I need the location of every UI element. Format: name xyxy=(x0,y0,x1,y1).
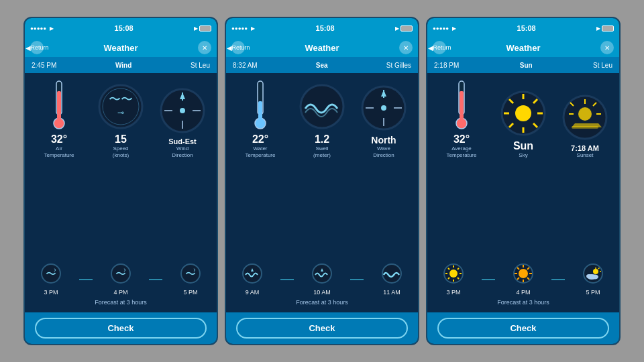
reading3-label-sea: WaveDirection xyxy=(373,145,394,158)
check-button-wind[interactable]: Check xyxy=(35,318,207,339)
bottom-bar-wind: Check xyxy=(25,312,217,344)
reading3-label-sun: Sunset xyxy=(577,152,594,159)
forecast-time-1-sea: 9 AM xyxy=(246,289,260,296)
svg-rect-62 xyxy=(572,126,598,129)
svg-point-30 xyxy=(381,105,386,111)
nav-title-sun: Weather xyxy=(506,43,540,53)
phone-panel-wind: ●●●●● ▶ 15:08 ▶ ◀ Return Weather ✕ 2:45 … xyxy=(23,17,218,345)
forecast-icon-3-sun xyxy=(582,263,604,287)
battery-icons-sun: ▶ xyxy=(596,25,614,32)
forecast-item-2-sun: 4 PM xyxy=(513,263,534,296)
temp-value-sea: 22° xyxy=(252,133,268,145)
return-button-wind[interactable]: ◀ Return xyxy=(30,41,44,54)
reading3-value-sun: 7:18 AM xyxy=(571,144,599,152)
top-bar-sea: ●●●●● ▶ 15:08 ▶ xyxy=(226,18,418,38)
reading2-value-sun: Sun xyxy=(513,140,533,152)
svg-point-9 xyxy=(180,108,185,113)
forecast-item-1-sea: 9 AM xyxy=(241,263,263,296)
temp-label-wind: AirTemperature xyxy=(44,145,74,158)
svg-rect-42 xyxy=(460,91,464,115)
forecast-icon-2-wind: 〜› xyxy=(110,263,131,287)
svg-rect-27 xyxy=(258,115,262,119)
forecast-time-2-sun: 4 PM xyxy=(516,289,530,296)
top-bar-sun: ●●●●● ▶ 15:08 ▶ xyxy=(427,18,619,38)
svg-line-71 xyxy=(458,268,459,269)
signal-icons-sea: ●●●●● ▶ xyxy=(231,25,255,32)
forecast-line-2-wind xyxy=(149,279,162,280)
category-label-wind: Wind xyxy=(115,62,131,69)
svg-point-74 xyxy=(519,269,528,278)
svg-rect-1 xyxy=(57,91,61,115)
check-button-sun[interactable]: Check xyxy=(437,318,609,339)
forecast-time-1-wind: 3 PM xyxy=(44,289,58,296)
forecast-section-sea: 9 AM 10 AM 11 AM Forecast at 3 hours xyxy=(229,263,415,306)
return-button-sun[interactable]: ◀ Return xyxy=(433,41,446,54)
main-content-sun: 32° AverageTemperature Sun Sky xyxy=(427,73,619,312)
top-bar-time-wind: 15:08 xyxy=(115,24,133,32)
temperature-reading-sun: 32° AverageTemperature xyxy=(438,80,485,158)
forecast-icon-2-sun xyxy=(513,263,534,287)
forecast-icon-2-sea xyxy=(311,263,333,287)
temp-label-sea: WaterTemperature xyxy=(246,145,276,158)
forecast-icon-3-sea xyxy=(381,263,402,287)
readings-row-sea: 22° WaterTemperature 1.2 Swell(meter) xyxy=(229,80,415,158)
forecast-time-2-wind: 4 PM xyxy=(113,289,127,296)
bottom-bar-sea: Check xyxy=(226,312,418,344)
reading2-sun: Sun Sky xyxy=(500,90,547,159)
bottom-bar-sun: Check xyxy=(427,312,619,344)
battery-icons-sea: ▶ xyxy=(395,25,413,32)
main-content-sea: 22° WaterTemperature 1.2 Swell(meter) xyxy=(226,73,418,312)
close-button-sun[interactable]: ✕ xyxy=(600,41,614,54)
nav-title-wind: Weather xyxy=(103,43,138,53)
forecast-section-sun: 3 PM 4 PM 5 PM Forecast at 3 hours xyxy=(431,263,616,306)
screen-background: ●●●●● ▶ 15:08 ▶ ◀ Return Weather ✕ 2:45 … xyxy=(0,0,644,362)
forecast-section-wind: 〜› 3 PM 〜› 4 PM 〜› 5 PM Forecast at 3 ho… xyxy=(28,263,213,306)
forecast-line-1-sea xyxy=(280,279,294,280)
svg-point-43 xyxy=(456,118,467,129)
forecast-icon-3-wind: 〜› xyxy=(180,263,201,287)
battery-icons-wind: ▶ xyxy=(194,25,211,32)
forecast-item-3-wind: 〜› 5 PM xyxy=(180,263,201,296)
reading3-sun: 7:18 AM Sunset xyxy=(561,94,608,159)
forecast-row-sun: 3 PM 4 PM 5 PM xyxy=(434,263,612,296)
readings-row-sun: 32° AverageTemperature Sun Sky xyxy=(431,80,616,158)
forecast-label-sun: Forecast at 3 hours xyxy=(434,299,612,306)
nav-title-sea: Weather xyxy=(305,43,339,53)
svg-point-89 xyxy=(592,275,598,280)
forecast-time-1-sun: 3 PM xyxy=(446,289,460,296)
close-button-wind[interactable]: ✕ xyxy=(198,41,211,54)
reading2-value-sea: 1.2 xyxy=(315,133,329,145)
check-button-sea[interactable]: Check xyxy=(236,318,408,339)
svg-point-56 xyxy=(578,107,592,121)
svg-point-46 xyxy=(515,105,531,121)
top-bar-wind: ●●●●● ▶ 15:08 ▶ xyxy=(25,18,217,38)
forecast-icon-1-wind: 〜› xyxy=(40,263,62,287)
svg-point-36 xyxy=(243,264,262,283)
main-content-wind: 32° AirTemperature 〜〜 ⊸ 15 Speed(knots) xyxy=(25,73,217,312)
svg-text:›: › xyxy=(193,266,195,274)
reading2-label-sun: Sky xyxy=(519,152,527,159)
forecast-icon-1-sea xyxy=(241,263,263,287)
svg-point-38 xyxy=(313,264,331,283)
svg-text:›: › xyxy=(123,266,125,274)
forecast-item-1-wind: 〜› 3 PM xyxy=(40,263,62,296)
svg-point-2 xyxy=(54,118,64,129)
temperature-reading-wind: 32° AirTemperature xyxy=(36,80,83,158)
return-button-sea[interactable]: ◀ Return xyxy=(231,41,245,54)
close-button-sea[interactable]: ✕ xyxy=(399,41,413,54)
svg-rect-25 xyxy=(258,101,262,115)
temp-label-sun: AverageTemperature xyxy=(447,145,477,158)
category-label-sun: Sun xyxy=(520,62,533,69)
reading2-wind: 〜〜 ⊸ 15 Speed(knots) xyxy=(97,83,144,158)
temperature-reading-sea: 22° WaterTemperature xyxy=(237,80,284,158)
forecast-item-1-sun: 3 PM xyxy=(443,263,464,296)
readings-row-wind: 32° AirTemperature 〜〜 ⊸ 15 Speed(knots) xyxy=(28,80,213,158)
svg-line-72 xyxy=(448,278,449,279)
svg-text:›: › xyxy=(54,266,56,274)
sub-header-sea: 8:32 AM Sea St Gilles xyxy=(226,57,418,73)
forecast-item-2-wind: 〜› 4 PM xyxy=(110,263,131,296)
sub-header-wind: 2:45 PM Wind St Leu xyxy=(25,57,217,73)
forecast-time-3-wind: 5 PM xyxy=(183,289,197,296)
temp-value-sun: 32° xyxy=(453,133,470,145)
forecast-row-sea: 9 AM 10 AM 11 AM xyxy=(233,263,411,296)
